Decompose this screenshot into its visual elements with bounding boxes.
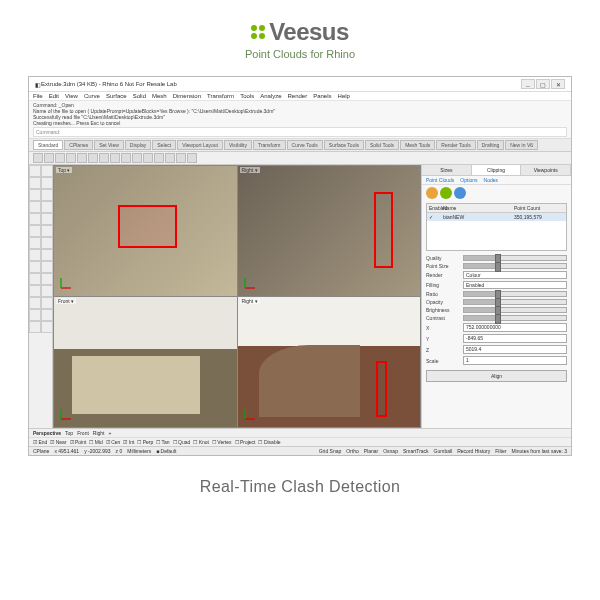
viewport-label[interactable]: Top ▾ — [56, 167, 72, 173]
tool-icon[interactable] — [29, 261, 41, 273]
command-input[interactable]: Command: — [33, 127, 567, 137]
render-select[interactable]: Colour — [463, 271, 567, 279]
osnap-knot[interactable]: ☐ Knot — [193, 439, 209, 445]
tab-display[interactable]: Display — [125, 140, 151, 150]
toggle-record-history[interactable]: Record History — [457, 448, 490, 454]
tool-icon[interactable] — [29, 297, 41, 309]
quality-slider[interactable] — [463, 255, 567, 261]
tab-viewport-layout[interactable]: Viewport Layout — [177, 140, 223, 150]
titlebar[interactable]: ◧ Extrude.3dm (34 KB) - Rhino 6 Not For … — [29, 77, 571, 92]
menu-curve[interactable]: Curve — [84, 93, 100, 99]
tool-icon[interactable] — [66, 153, 76, 163]
menu-edit[interactable]: Edit — [49, 93, 59, 99]
tool-icon[interactable] — [41, 165, 53, 177]
tool-icon[interactable] — [121, 153, 131, 163]
osnap-end[interactable]: ☑ End — [33, 439, 47, 445]
toggle-smarttrack[interactable]: SmartTrack — [403, 448, 429, 454]
tab-setview[interactable]: Set View — [94, 140, 124, 150]
tool-icon[interactable] — [41, 225, 53, 237]
status-layer[interactable]: ■ Default — [156, 448, 176, 454]
tab-viewpoints[interactable]: Viewpoints — [521, 165, 571, 175]
close-button[interactable]: ✕ — [551, 79, 565, 89]
scale-input[interactable]: 1 — [463, 356, 567, 365]
tool-icon[interactable] — [29, 285, 41, 297]
tool-icon[interactable] — [29, 249, 41, 261]
contrast-slider[interactable] — [463, 315, 567, 321]
osnap-perp[interactable]: ☐ Perp — [137, 439, 153, 445]
viewport-right-2[interactable]: Right ▾ — [238, 297, 421, 427]
subtab-point-clouds[interactable]: Point Clouds — [426, 177, 454, 183]
z-input[interactable]: 5019.4 — [463, 345, 567, 354]
tab-new-v6[interactable]: New in V6 — [505, 140, 538, 150]
maximize-button[interactable]: ▢ — [536, 79, 550, 89]
tool-icon[interactable] — [41, 297, 53, 309]
osnap-quad[interactable]: ☐ Quad — [173, 439, 191, 445]
tool-icon[interactable] — [41, 177, 53, 189]
action-button[interactable] — [426, 187, 438, 199]
osnap-near[interactable]: ☑ Near — [50, 439, 66, 445]
tool-icon[interactable] — [41, 261, 53, 273]
tool-icon[interactable] — [29, 165, 41, 177]
tool-icon[interactable] — [33, 153, 43, 163]
toggle-osnap[interactable]: Osnap — [383, 448, 398, 454]
align-button[interactable]: Align — [426, 370, 567, 382]
menu-view[interactable]: View — [65, 93, 78, 99]
vtab-right[interactable]: Right — [93, 430, 105, 436]
ratio-slider[interactable] — [463, 291, 567, 297]
tool-icon[interactable] — [41, 213, 53, 225]
pointsize-slider[interactable] — [463, 263, 567, 269]
brightness-slider[interactable] — [463, 307, 567, 313]
opacity-slider[interactable] — [463, 299, 567, 305]
action-button[interactable] — [454, 187, 466, 199]
tool-icon[interactable] — [110, 153, 120, 163]
viewport-top[interactable]: Top ▾ — [54, 166, 237, 296]
tool-icon[interactable] — [165, 153, 175, 163]
tool-icon[interactable] — [88, 153, 98, 163]
menu-panels[interactable]: Panels — [313, 93, 331, 99]
menu-mesh[interactable]: Mesh — [152, 93, 167, 99]
menu-help[interactable]: Help — [338, 93, 350, 99]
tab-render-tools[interactable]: Render Tools — [436, 140, 475, 150]
tool-icon[interactable] — [154, 153, 164, 163]
tool-icon[interactable] — [143, 153, 153, 163]
tab-select[interactable]: Select — [152, 140, 176, 150]
tool-icon[interactable] — [29, 213, 41, 225]
tool-icon[interactable] — [29, 273, 41, 285]
menu-analyze[interactable]: Analyze — [260, 93, 281, 99]
tab-visibility[interactable]: Visibility — [224, 140, 252, 150]
vtab-front[interactable]: Front — [77, 430, 89, 436]
y-input[interactable]: -849.65 — [463, 334, 567, 343]
menu-file[interactable]: File — [33, 93, 43, 99]
menu-solid[interactable]: Solid — [133, 93, 146, 99]
tool-icon[interactable] — [44, 153, 54, 163]
col-name[interactable]: Name — [443, 205, 514, 211]
tool-icon[interactable] — [41, 201, 53, 213]
status-units[interactable]: Millimeters — [127, 448, 151, 454]
toggle-gridsnap[interactable]: Grid Snap — [319, 448, 342, 454]
viewport-right[interactable]: Right ▾ — [238, 166, 421, 296]
col-count[interactable]: Point Count — [514, 205, 564, 211]
viewport-label[interactable]: Front ▾ — [56, 298, 76, 304]
vtab-add[interactable]: + — [109, 430, 112, 436]
tab-surface-tools[interactable]: Surface Tools — [324, 140, 364, 150]
viewport-front[interactable]: Front ▾ — [54, 297, 237, 427]
osnap-mid[interactable]: ☐ Mid — [89, 439, 102, 445]
menu-render[interactable]: Render — [288, 93, 308, 99]
tool-icon[interactable] — [29, 237, 41, 249]
tool-icon[interactable] — [29, 225, 41, 237]
tab-solid-tools[interactable]: Solid Tools — [365, 140, 399, 150]
filling-select[interactable]: Enabled — [463, 281, 567, 289]
menu-transform[interactable]: Transform — [207, 93, 234, 99]
tool-icon[interactable] — [41, 321, 53, 333]
tool-icon[interactable] — [29, 177, 41, 189]
osnap-vertex[interactable]: ☐ Vertex — [212, 439, 232, 445]
tool-icon[interactable] — [187, 153, 197, 163]
minimize-button[interactable]: _ — [521, 79, 535, 89]
viewport-label[interactable]: Right ▾ — [240, 298, 260, 304]
osnap-project[interactable]: ☐ Project — [235, 439, 256, 445]
tool-icon[interactable] — [77, 153, 87, 163]
tool-icon[interactable] — [176, 153, 186, 163]
tab-sizes[interactable]: Sizes — [422, 165, 472, 175]
tool-icon[interactable] — [41, 309, 53, 321]
toggle-planar[interactable]: Planar — [364, 448, 378, 454]
